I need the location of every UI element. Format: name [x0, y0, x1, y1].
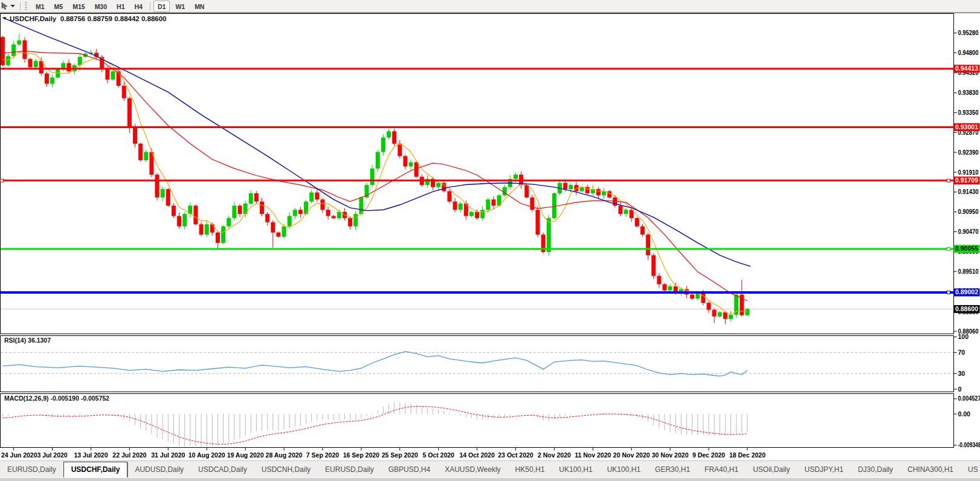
toolbar: M1M5M15M30H1H4D1W1MN [0, 0, 980, 13]
toolbar-grip[interactable] [25, 2, 27, 10]
time-tick-label: 24 Jun 2020 [1, 451, 37, 459]
hline-price-label: 0.89002 [955, 288, 978, 295]
chart-tab[interactable]: USDCAD,Daily [191, 462, 254, 477]
hline-price-label: 0.91709 [955, 176, 978, 184]
chart-tab[interactable]: USDJPY,H1 [797, 462, 850, 477]
price-tick-label: 0.93350 [958, 109, 979, 116]
timeframe-button-M5[interactable]: M5 [50, 1, 68, 12]
timeframe-button-D1[interactable]: D1 [153, 1, 170, 12]
bottom-strip [0, 477, 980, 481]
price-tick-label: 0.91910 [958, 169, 979, 176]
time-axis[interactable]: 24 Jun 20203 Jul 202013 Jul 202022 Jul 2… [1, 448, 766, 459]
price-tick-label: 0.90950 [958, 208, 979, 215]
chart-canvas[interactable]: 0.952800.948000.943200.938300.933500.928… [0, 0, 980, 460]
timeframe-button-M1[interactable]: M1 [31, 1, 49, 12]
time-tick-label: 31 Jul 2020 [151, 451, 185, 459]
pointer-cursor-icon [1, 2, 8, 10]
time-tick-label: 5 Oct 2020 [422, 451, 454, 459]
price-tick-label: 0.90470 [958, 228, 979, 235]
time-tick-label: 22 Jul 2020 [112, 451, 146, 459]
chart-tab[interactable]: AUDUSD,Daily [127, 462, 191, 477]
chart-tab[interactable]: CHINA300,H1 [900, 462, 961, 477]
cursor-tool-button[interactable] [0, 1, 18, 11]
price-tick-label: 0.93830 [958, 89, 979, 96]
macd-indicator-title: MACD(12,26,9) -0.005190 -0.005752 [4, 395, 109, 402]
rsi-level-label: 30 [958, 370, 965, 377]
time-tick-label: 16 Sep 2020 [343, 451, 379, 459]
price-tick-label: 0.92390 [958, 149, 979, 156]
time-tick-label: 7 Sep 2020 [306, 451, 339, 459]
time-tick-label: 20 Nov 2020 [613, 451, 650, 459]
time-tick-label: 25 Sep 2020 [382, 451, 418, 459]
chart-tab[interactable]: GBPUSD,H4 [381, 462, 437, 477]
toolbar-divider [20, 2, 21, 11]
time-tick-label: 30 Nov 2020 [652, 451, 689, 459]
time-tick-label: 18 Dec 2020 [729, 451, 766, 459]
chart-title-text: USDCHF,Daily 0.88756 0.88759 0.88442 0.8… [10, 15, 167, 22]
caret-down-icon[interactable] [10, 5, 15, 7]
price-tick-label: 0.91430 [958, 188, 979, 195]
time-tick-label: 2 Nov 2020 [538, 451, 571, 459]
macd-axis-label: 0.00 [958, 410, 971, 418]
timeframe-button-MN[interactable]: MN [190, 1, 208, 12]
hline-price-label: 0.93001 [955, 123, 978, 131]
chart-tab[interactable]: EURUSD,Daily [0, 462, 63, 477]
price-tick-label: 0.94800 [958, 49, 979, 56]
chart-tab[interactable]: USOil,Daily [746, 462, 797, 477]
rsi-level-label: 0 [958, 386, 962, 393]
chart-tab[interactable]: EURUSD,Daily [318, 462, 381, 477]
timeframe-button-H1[interactable]: H1 [112, 1, 129, 12]
time-tick-label: 13 Jul 2020 [74, 451, 108, 459]
timeframe-button-W1[interactable]: W1 [171, 1, 189, 12]
hline-price-label: 0.90055 [955, 245, 978, 252]
chart-tab[interactable]: USDCHF,Daily [63, 462, 128, 478]
time-tick-label: 11 Nov 2020 [575, 451, 611, 459]
rsi-indicator-title: RSI(14) 36.1307 [4, 337, 51, 344]
time-tick-label: 28 Aug 2020 [266, 451, 303, 459]
chart-title: ▼ USDCHF,Daily 0.88756 0.88759 0.88442 0… [2, 15, 167, 22]
macd-axis-label: -0.009348 [958, 441, 980, 448]
macd-axis[interactable]: 0.0045270.00-0.009348 [954, 395, 980, 448]
chart-collapse-icon[interactable]: ▼ [2, 16, 7, 21]
time-tick-label: 9 Dec 2020 [692, 451, 725, 459]
rsi-level-label: 70 [958, 349, 965, 356]
time-tick-label: 19 Aug 2020 [227, 451, 264, 459]
price-tick-label: 0.95280 [958, 29, 979, 36]
chart-tab[interactable]: UK100,H1 [600, 462, 648, 477]
price-tick-label: 0.89510 [958, 268, 979, 275]
chart-tab[interactable]: UK100,H1 [552, 462, 599, 477]
chart-tab-bar: EURUSD,DailyUSDCHF,DailyAUDUSD,DailyUSDC… [0, 460, 980, 478]
chart-tab[interactable]: GER30,H1 [648, 462, 697, 477]
time-tick-label: 10 Aug 2020 [189, 451, 225, 459]
timeframe-button-group: M1M5M15M30H1H4D1W1MN [31, 1, 209, 12]
chart-tab[interactable]: HK50,H1 [508, 462, 552, 477]
hline-price-label: 0.94413 [955, 65, 978, 72]
macd-axis-label: 0.004527 [958, 395, 980, 402]
chart-tab[interactable]: FRA40,H1 [697, 462, 746, 477]
rsi-level-label: 100 [958, 333, 969, 340]
current-price-label: 0.88600 [955, 305, 978, 312]
time-tick-label: 3 Jul 2020 [37, 451, 67, 459]
chart-tab[interactable]: XAUUSD,Weekly [437, 462, 508, 477]
chart-tab[interactable]: US [961, 462, 980, 477]
timeframe-button-M30[interactable]: M30 [91, 1, 111, 12]
chart-tab[interactable]: USDCNH,Daily [254, 462, 318, 477]
time-tick-label: 14 Oct 2020 [459, 451, 495, 459]
toolbar-divider [150, 2, 150, 11]
timeframe-button-M15[interactable]: M15 [68, 1, 89, 12]
chart-tab[interactable]: DJ30,Daily [851, 462, 900, 477]
time-tick-label: 23 Oct 2020 [498, 451, 534, 459]
pane-frames [1, 14, 954, 448]
timeframe-button-H4[interactable]: H4 [131, 1, 147, 12]
